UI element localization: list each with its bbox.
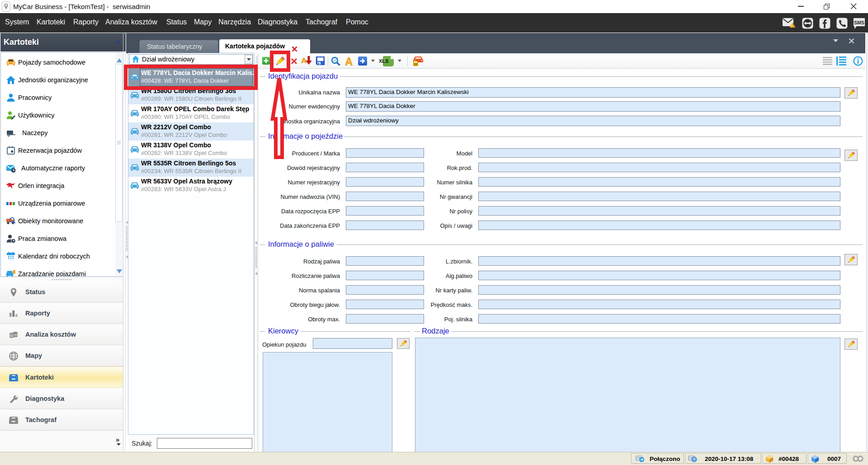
svg-text:SMS: SMS [854, 20, 864, 25]
svg-text:!: ! [791, 24, 793, 28]
